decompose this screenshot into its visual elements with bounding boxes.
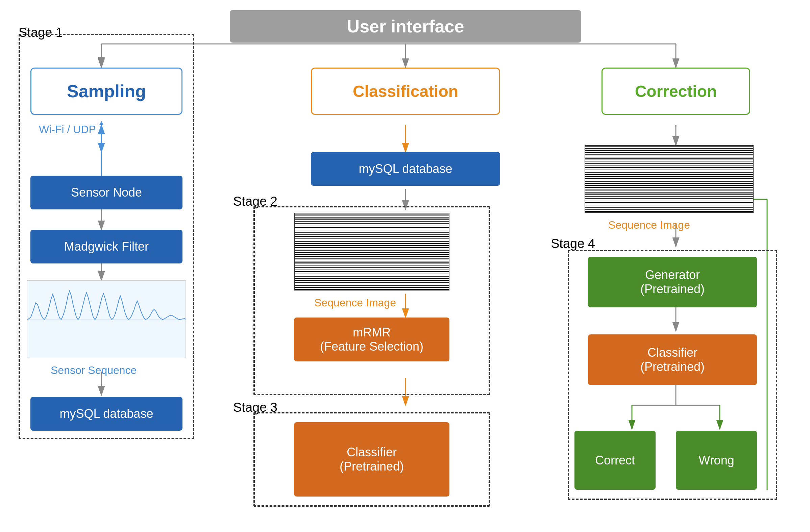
mysql-db-1-label: mySQL database <box>60 407 153 421</box>
stage4-label: Stage 4 <box>551 236 595 251</box>
sensor-node-label: Sensor Node <box>71 185 142 200</box>
sampling-label: Sampling <box>67 81 146 101</box>
diagram-container: User interface Stage 1 Sampling Wi-Fi / … <box>0 0 810 532</box>
classification-box: Classification <box>311 68 500 115</box>
classifier-pretrained-2-box: Classifier (Pretrained) <box>588 334 757 385</box>
correct-box: Correct <box>574 431 655 490</box>
correction-label: Correction <box>635 82 717 101</box>
classifier-pretrained-1-box: Classifier (Pretrained) <box>294 422 450 497</box>
sequence-image-label-1: Sequence Image <box>314 297 396 309</box>
sequence-image-4 <box>585 145 754 213</box>
wifi-udp-label: Wi-Fi / UDP <box>39 123 96 136</box>
madgwick-filter-label: Madgwick Filter <box>64 239 149 254</box>
mysql-db-1-box: mySQL database <box>30 397 182 431</box>
classifier-pretrained-2-label: Classifier (Pretrained) <box>641 346 704 374</box>
madgwick-filter-box: Madgwick Filter <box>30 230 182 264</box>
sampling-box: Sampling <box>30 68 182 115</box>
generator-pretrained-label: Generator (Pretrained) <box>641 268 704 296</box>
mysql-db-2-box: mySQL database <box>311 152 500 186</box>
sequence-image-2 <box>294 213 450 290</box>
classifier-pretrained-1-label: Classifier (Pretrained) <box>340 445 404 473</box>
mrmr-label: mRMR (Feature Selection) <box>320 325 423 354</box>
correct-label: Correct <box>595 453 635 467</box>
waveform-svg <box>27 281 186 358</box>
mrmr-box: mRMR (Feature Selection) <box>294 317 450 362</box>
wrong-box: Wrong <box>676 431 757 490</box>
sensor-waveform <box>27 280 186 358</box>
mysql-db-2-label: mySQL database <box>359 162 453 176</box>
classification-label: Classification <box>353 82 458 101</box>
sequence-image-label-2: Sequence Image <box>608 219 690 231</box>
ui-header-title: User interface <box>347 17 464 36</box>
wrong-label: Wrong <box>698 453 734 467</box>
correction-box: Correction <box>601 68 750 115</box>
ui-header: User interface <box>230 10 581 43</box>
sensor-node-box: Sensor Node <box>30 176 182 210</box>
generator-pretrained-box: Generator (Pretrained) <box>588 257 757 307</box>
sensor-sequence-label: Sensor Sequence <box>51 364 136 377</box>
